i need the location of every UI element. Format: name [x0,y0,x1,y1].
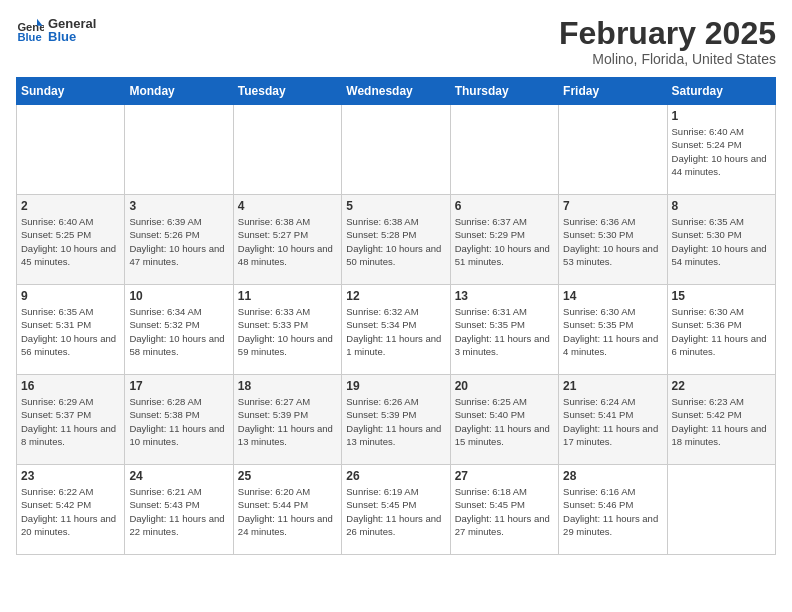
day-info: Sunrise: 6:24 AM Sunset: 5:41 PM Dayligh… [563,395,662,448]
day-info: Sunrise: 6:30 AM Sunset: 5:35 PM Dayligh… [563,305,662,358]
day-number: 26 [346,469,445,483]
day-info: Sunrise: 6:16 AM Sunset: 5:46 PM Dayligh… [563,485,662,538]
calendar-cell: 7Sunrise: 6:36 AM Sunset: 5:30 PM Daylig… [559,195,667,285]
day-number: 11 [238,289,337,303]
day-info: Sunrise: 6:20 AM Sunset: 5:44 PM Dayligh… [238,485,337,538]
week-row-3: 9Sunrise: 6:35 AM Sunset: 5:31 PM Daylig… [17,285,776,375]
day-info: Sunrise: 6:23 AM Sunset: 5:42 PM Dayligh… [672,395,771,448]
day-number: 15 [672,289,771,303]
day-number: 25 [238,469,337,483]
day-info: Sunrise: 6:34 AM Sunset: 5:32 PM Dayligh… [129,305,228,358]
day-number: 1 [672,109,771,123]
day-number: 8 [672,199,771,213]
calendar-cell: 18Sunrise: 6:27 AM Sunset: 5:39 PM Dayli… [233,375,341,465]
calendar-cell: 28Sunrise: 6:16 AM Sunset: 5:46 PM Dayli… [559,465,667,555]
day-info: Sunrise: 6:25 AM Sunset: 5:40 PM Dayligh… [455,395,554,448]
calendar-cell: 21Sunrise: 6:24 AM Sunset: 5:41 PM Dayli… [559,375,667,465]
day-number: 7 [563,199,662,213]
calendar-cell [559,105,667,195]
day-info: Sunrise: 6:36 AM Sunset: 5:30 PM Dayligh… [563,215,662,268]
day-number: 20 [455,379,554,393]
calendar-cell: 22Sunrise: 6:23 AM Sunset: 5:42 PM Dayli… [667,375,775,465]
calendar-cell: 20Sunrise: 6:25 AM Sunset: 5:40 PM Dayli… [450,375,558,465]
location-title: Molino, Florida, United States [559,51,776,67]
day-number: 4 [238,199,337,213]
day-info: Sunrise: 6:38 AM Sunset: 5:27 PM Dayligh… [238,215,337,268]
weekday-header-wednesday: Wednesday [342,78,450,105]
day-number: 23 [21,469,120,483]
day-number: 12 [346,289,445,303]
calendar-cell: 2Sunrise: 6:40 AM Sunset: 5:25 PM Daylig… [17,195,125,285]
calendar-cell: 24Sunrise: 6:21 AM Sunset: 5:43 PM Dayli… [125,465,233,555]
day-info: Sunrise: 6:32 AM Sunset: 5:34 PM Dayligh… [346,305,445,358]
calendar-cell [17,105,125,195]
day-number: 10 [129,289,228,303]
logo-blue-text: Blue [48,30,96,43]
day-info: Sunrise: 6:21 AM Sunset: 5:43 PM Dayligh… [129,485,228,538]
calendar-cell: 19Sunrise: 6:26 AM Sunset: 5:39 PM Dayli… [342,375,450,465]
title-area: February 2025 Molino, Florida, United St… [559,16,776,67]
week-row-4: 16Sunrise: 6:29 AM Sunset: 5:37 PM Dayli… [17,375,776,465]
day-info: Sunrise: 6:28 AM Sunset: 5:38 PM Dayligh… [129,395,228,448]
day-number: 2 [21,199,120,213]
day-info: Sunrise: 6:31 AM Sunset: 5:35 PM Dayligh… [455,305,554,358]
day-number: 27 [455,469,554,483]
calendar-cell: 27Sunrise: 6:18 AM Sunset: 5:45 PM Dayli… [450,465,558,555]
calendar-cell: 1Sunrise: 6:40 AM Sunset: 5:24 PM Daylig… [667,105,775,195]
svg-text:Blue: Blue [17,31,41,43]
day-info: Sunrise: 6:27 AM Sunset: 5:39 PM Dayligh… [238,395,337,448]
weekday-header-saturday: Saturday [667,78,775,105]
day-info: Sunrise: 6:38 AM Sunset: 5:28 PM Dayligh… [346,215,445,268]
day-number: 3 [129,199,228,213]
calendar-cell: 17Sunrise: 6:28 AM Sunset: 5:38 PM Dayli… [125,375,233,465]
day-info: Sunrise: 6:18 AM Sunset: 5:45 PM Dayligh… [455,485,554,538]
calendar-cell: 8Sunrise: 6:35 AM Sunset: 5:30 PM Daylig… [667,195,775,285]
day-info: Sunrise: 6:19 AM Sunset: 5:45 PM Dayligh… [346,485,445,538]
day-info: Sunrise: 6:40 AM Sunset: 5:24 PM Dayligh… [672,125,771,178]
day-number: 9 [21,289,120,303]
day-info: Sunrise: 6:33 AM Sunset: 5:33 PM Dayligh… [238,305,337,358]
calendar-cell [233,105,341,195]
calendar-cell [667,465,775,555]
calendar-cell: 13Sunrise: 6:31 AM Sunset: 5:35 PM Dayli… [450,285,558,375]
day-number: 13 [455,289,554,303]
day-info: Sunrise: 6:37 AM Sunset: 5:29 PM Dayligh… [455,215,554,268]
weekday-header-thursday: Thursday [450,78,558,105]
day-info: Sunrise: 6:29 AM Sunset: 5:37 PM Dayligh… [21,395,120,448]
day-info: Sunrise: 6:35 AM Sunset: 5:30 PM Dayligh… [672,215,771,268]
day-number: 17 [129,379,228,393]
header: General Blue General Blue February 2025 … [16,16,776,67]
calendar-cell: 5Sunrise: 6:38 AM Sunset: 5:28 PM Daylig… [342,195,450,285]
calendar-cell: 23Sunrise: 6:22 AM Sunset: 5:42 PM Dayli… [17,465,125,555]
month-title: February 2025 [559,16,776,51]
calendar-cell: 15Sunrise: 6:30 AM Sunset: 5:36 PM Dayli… [667,285,775,375]
weekday-header-tuesday: Tuesday [233,78,341,105]
calendar-cell: 16Sunrise: 6:29 AM Sunset: 5:37 PM Dayli… [17,375,125,465]
calendar-cell: 9Sunrise: 6:35 AM Sunset: 5:31 PM Daylig… [17,285,125,375]
day-number: 21 [563,379,662,393]
day-info: Sunrise: 6:26 AM Sunset: 5:39 PM Dayligh… [346,395,445,448]
calendar-cell: 11Sunrise: 6:33 AM Sunset: 5:33 PM Dayli… [233,285,341,375]
day-info: Sunrise: 6:30 AM Sunset: 5:36 PM Dayligh… [672,305,771,358]
day-number: 22 [672,379,771,393]
day-number: 6 [455,199,554,213]
calendar-cell: 14Sunrise: 6:30 AM Sunset: 5:35 PM Dayli… [559,285,667,375]
calendar-cell: 26Sunrise: 6:19 AM Sunset: 5:45 PM Dayli… [342,465,450,555]
logo: General Blue General Blue [16,16,96,44]
weekday-header-monday: Monday [125,78,233,105]
day-number: 16 [21,379,120,393]
week-row-2: 2Sunrise: 6:40 AM Sunset: 5:25 PM Daylig… [17,195,776,285]
weekday-header-row: SundayMondayTuesdayWednesdayThursdayFrid… [17,78,776,105]
week-row-5: 23Sunrise: 6:22 AM Sunset: 5:42 PM Dayli… [17,465,776,555]
logo-icon: General Blue [16,16,44,44]
weekday-header-friday: Friday [559,78,667,105]
day-number: 19 [346,379,445,393]
day-info: Sunrise: 6:35 AM Sunset: 5:31 PM Dayligh… [21,305,120,358]
calendar-cell [342,105,450,195]
calendar-cell: 4Sunrise: 6:38 AM Sunset: 5:27 PM Daylig… [233,195,341,285]
day-number: 14 [563,289,662,303]
calendar-cell [450,105,558,195]
day-info: Sunrise: 6:40 AM Sunset: 5:25 PM Dayligh… [21,215,120,268]
day-number: 18 [238,379,337,393]
day-info: Sunrise: 6:39 AM Sunset: 5:26 PM Dayligh… [129,215,228,268]
